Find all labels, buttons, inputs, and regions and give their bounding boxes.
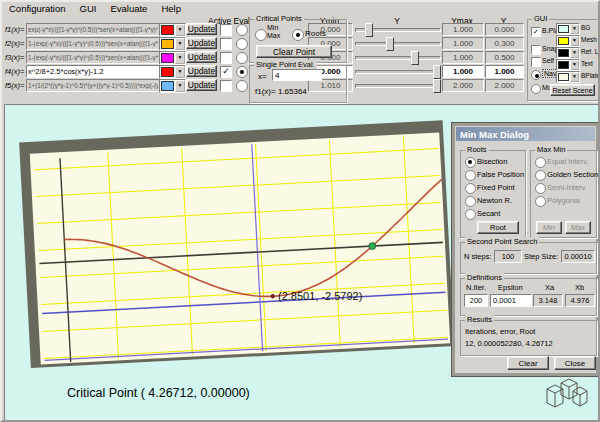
roots-radio[interactable]: [292, 29, 304, 41]
chevron-down-icon: ▼: [570, 48, 579, 58]
bplate-color-dropdown[interactable]: ▼: [556, 71, 580, 83]
eval-radio-f4[interactable]: [236, 66, 248, 78]
color-dropdown-f4[interactable]: ▼: [159, 65, 186, 79]
y-slider-f3[interactable]: [355, 51, 439, 63]
y-field-f3[interactable]: 0.500: [485, 51, 524, 64]
color-swatch: [558, 37, 569, 45]
slider-thumb[interactable]: [433, 79, 441, 93]
y-slider-f4[interactable]: [355, 65, 439, 77]
semi-interv-radio[interactable]: [535, 183, 546, 194]
fixed-point-radio[interactable]: [465, 183, 476, 194]
n-steps-field[interactable]: 100: [494, 250, 522, 263]
ymax-field-f1[interactable]: 1.000: [442, 23, 484, 36]
golden-section-radio[interactable]: [535, 170, 546, 181]
snap-checkbox[interactable]: [531, 45, 541, 55]
text-color-dropdown[interactable]: ▼: [556, 59, 580, 71]
ymax-field-f5[interactable]: 2.000: [442, 79, 484, 92]
epsilon-field[interactable]: 0.0001: [490, 294, 532, 307]
color-dropdown-f2[interactable]: ▼: [159, 37, 186, 51]
menu-item-gui[interactable]: GUI: [73, 2, 104, 15]
color-dropdown-f5[interactable]: ▼: [159, 79, 186, 93]
y-field-f4[interactable]: 1.000: [485, 65, 524, 78]
close-button[interactable]: Close: [554, 356, 596, 370]
update-button-f1[interactable]: Update: [186, 23, 217, 35]
bg-color-dropdown[interactable]: ▼: [556, 23, 580, 35]
eval-radio-f2[interactable]: [236, 38, 248, 50]
3d-cubes-icon: [543, 375, 591, 411]
root-button[interactable]: Root: [477, 221, 519, 234]
menu-item-evaluate[interactable]: Evaluate: [103, 2, 154, 15]
mesh-color-dropdown[interactable]: ▼: [556, 35, 580, 47]
minimum-point-label: (2.8501, -2.5792): [278, 290, 362, 302]
control-panel: Active Eval Ymin Y Ymax Y f1(x)= ▼ Updat…: [3, 15, 599, 103]
x-value-input[interactable]: [272, 69, 322, 81]
gui-title: GUI: [532, 14, 549, 23]
false-position-radio[interactable]: [465, 170, 476, 181]
y-slider-f1[interactable]: [355, 23, 439, 35]
ymax-field-f4[interactable]: 1.000: [442, 65, 484, 78]
active-checkbox-f4[interactable]: [220, 66, 232, 78]
critical-points-group: Critical Points Min Max Roots Clear Poin…: [249, 19, 347, 63]
y-field-f5[interactable]: 2.000: [485, 79, 524, 92]
eval-radio-f3[interactable]: [236, 52, 248, 64]
min-max-radio[interactable]: [255, 29, 267, 41]
update-button-f5[interactable]: Update: [186, 79, 217, 91]
equal-interv-radio[interactable]: [535, 157, 546, 168]
clear-point-button[interactable]: Clear Point: [256, 45, 332, 58]
bplate-checkbox[interactable]: [531, 27, 541, 37]
color-dropdown-f1[interactable]: ▼: [159, 23, 186, 37]
formula-input-f4[interactable]: [26, 65, 160, 78]
move-scene-radio[interactable]: [531, 84, 541, 94]
bisection-radio[interactable]: [465, 157, 476, 168]
y-field-f2[interactable]: 0.300: [485, 37, 524, 50]
update-button-f4[interactable]: Update: [186, 65, 217, 77]
formula-input-f2[interactable]: [26, 37, 160, 50]
formula-input-f3[interactable]: [26, 51, 160, 64]
color-dropdown-f3[interactable]: ▼: [159, 51, 186, 65]
min-max-dialog[interactable]: Min Max Dialog Roots Bisection False Pos…: [452, 123, 599, 376]
ymax-field-f2[interactable]: 1.000: [442, 37, 484, 50]
menu-item-configuration[interactable]: Configuration: [2, 2, 73, 15]
step-size-field[interactable]: 0.00010: [561, 250, 595, 263]
polygonal-radio[interactable]: [535, 196, 546, 207]
update-button-f2[interactable]: Update: [186, 37, 217, 49]
color-swatch: [558, 49, 569, 57]
active-checkbox-f3[interactable]: [220, 52, 232, 64]
clear-button[interactable]: Clear: [507, 356, 549, 370]
active-checkbox-f2[interactable]: [220, 38, 232, 50]
n-iter-field[interactable]: 200: [464, 294, 488, 307]
active-checkbox-f1[interactable]: [220, 24, 232, 36]
navigate-radio[interactable]: [531, 70, 541, 80]
slider-thumb[interactable]: [411, 51, 419, 65]
equal-interv-label: Equal Interv.: [547, 157, 589, 166]
dialog-title-bar[interactable]: Min Max Dialog: [456, 127, 595, 141]
formula-input-f1[interactable]: [26, 23, 160, 36]
function-label: f5(x)=: [5, 81, 26, 90]
y-slider-f2[interactable]: [355, 37, 439, 49]
slider-thumb[interactable]: [365, 23, 373, 37]
eval-radio-f1[interactable]: [236, 24, 248, 36]
formula-input-f5[interactable]: [26, 79, 160, 92]
slider-thumb[interactable]: [386, 37, 394, 51]
slider-thumb[interactable]: [433, 65, 441, 79]
active-checkbox-f5[interactable]: [220, 80, 232, 92]
text-label: Text: [581, 60, 593, 67]
ymax-field-f3[interactable]: 1.000: [442, 51, 484, 64]
app-window: Configuration GUI Evaluate Help Active E…: [0, 0, 600, 422]
reset-scene-button[interactable]: Reset Scene: [550, 84, 595, 96]
menu-item-help[interactable]: Help: [154, 2, 188, 15]
xa-field[interactable]: 3.148: [533, 294, 563, 307]
y-field-f1[interactable]: 0.000: [485, 23, 524, 36]
ref-line-color-dropdown[interactable]: ▼: [556, 47, 580, 59]
function-label: f2(x)=: [5, 39, 26, 48]
xb-field[interactable]: 4.976: [565, 294, 595, 307]
min-button[interactable]: Min: [536, 221, 562, 234]
chevron-down-icon: ▼: [570, 24, 579, 34]
y-slider-f5[interactable]: [355, 79, 439, 91]
update-button-f3[interactable]: Update: [186, 51, 217, 63]
newton-r-radio[interactable]: [465, 196, 476, 207]
eval-radio-f5[interactable]: [236, 80, 248, 92]
self-motion-checkbox[interactable]: [531, 57, 541, 67]
max-button[interactable]: Max: [565, 221, 591, 234]
secant-radio[interactable]: [465, 209, 476, 220]
